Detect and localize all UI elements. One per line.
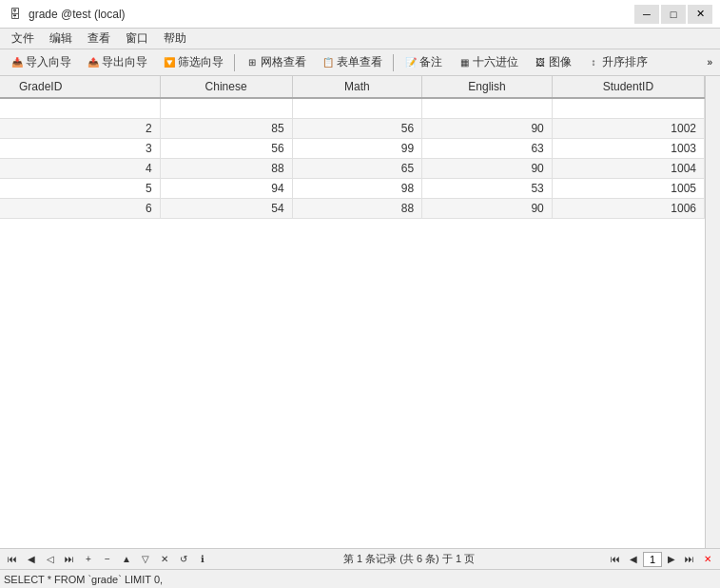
filter-button[interactable]: 🔽 筛选向导 (156, 52, 230, 73)
menu-view[interactable]: 查看 (80, 29, 118, 49)
cell-studentid: 1003 (552, 139, 704, 159)
cell-chinese: 85 (160, 119, 292, 139)
cell-english: 90 (422, 119, 553, 139)
cell-math: 65 (292, 159, 422, 179)
toolbar-separator-1 (234, 54, 235, 71)
right-scrollbar[interactable] (705, 76, 720, 548)
nav-next-end[interactable]: ⏭ (61, 552, 78, 567)
maximize-button[interactable]: □ (661, 5, 686, 24)
nav-delete[interactable]: ✕ (156, 552, 173, 567)
cell-chinese: 94 (160, 179, 292, 199)
page-last[interactable]: ⏭ (681, 552, 698, 567)
cell-english: 90 (422, 199, 553, 219)
cell-math: 88 (292, 199, 422, 219)
hex-button[interactable]: ▦ 十六进位 (451, 52, 525, 73)
toolbar-separator-2 (393, 54, 394, 71)
col-header-english[interactable]: English (422, 76, 553, 98)
nav-controls: ⏮ ◀ ◁ ⏭ + − ▲ ▽ ✕ ↺ ℹ (4, 552, 211, 567)
cell-chinese: 90 (160, 98, 292, 119)
table-row[interactable]: 59498531005 (0, 179, 705, 199)
nav-prev-small[interactable]: ◁ (42, 552, 59, 567)
table-row[interactable]: ▶19091801001 (0, 98, 705, 119)
page-input[interactable] (643, 552, 662, 567)
cell-chinese: 56 (160, 139, 292, 159)
toolbar: 📥 导入向导 📤 导出向导 🔽 筛选向导 ⊞ 网格查看 📋 表单查看 📝 备注 … (0, 49, 720, 76)
close-button[interactable]: ✕ (688, 5, 712, 24)
cell-math: 99 (292, 139, 422, 159)
image-label: 图像 (549, 54, 572, 70)
cell-gradeid: 6 (0, 199, 160, 219)
cell-english: 63 (422, 139, 553, 159)
note-label: 备注 (419, 54, 442, 70)
filter-icon: 🔽 (163, 56, 176, 69)
cell-studentid: 1004 (552, 159, 704, 179)
menu-file[interactable]: 文件 (4, 29, 42, 49)
menu-edit[interactable]: 编辑 (42, 29, 80, 49)
table-row[interactable]: 65488901006 (0, 199, 705, 219)
cell-studentid: 1006 (552, 199, 704, 219)
sort-button[interactable]: ↕ 升序排序 (580, 52, 654, 73)
note-icon: 📝 (404, 56, 418, 69)
cell-studentid: 1002 (552, 119, 704, 139)
hex-icon: ▦ (457, 56, 471, 69)
status-bar: ⏮ ◀ ◁ ⏭ + − ▲ ▽ ✕ ↺ ℹ 第 1 条记录 (共 6 条) 于 … (0, 548, 720, 569)
window-title: grade @test (local) (29, 8, 126, 21)
sql-bar: SELECT * FROM `grade` LIMIT 0, (0, 569, 720, 588)
col-header-studentid[interactable]: StudentID (552, 76, 704, 98)
export-button[interactable]: 📤 导出向导 (80, 52, 154, 73)
cell-gradeid: 2 (0, 119, 160, 139)
hex-label: 十六进位 (473, 54, 518, 70)
nav-info[interactable]: ℹ (194, 552, 211, 567)
filter-label: 筛选向导 (178, 54, 224, 70)
table-row[interactable]: 28556901002 (0, 119, 705, 139)
nav-first[interactable]: ⏮ (4, 552, 21, 567)
form-view-button[interactable]: 📋 表单查看 (315, 52, 389, 73)
menu-window[interactable]: 窗口 (118, 29, 156, 49)
nav-remove[interactable]: − (99, 552, 116, 567)
col-header-chinese[interactable]: Chinese (160, 76, 292, 98)
cell-math: 91 (292, 98, 422, 119)
close-nav[interactable]: ✕ (699, 552, 716, 567)
col-header-gradeid[interactable]: GradeID (0, 76, 160, 98)
menu-help[interactable]: 帮助 (156, 29, 194, 49)
data-grid[interactable]: GradeID Chinese Math English StudentID ▶… (0, 76, 705, 548)
cell-gradeid: 4 (0, 159, 160, 179)
data-table: GradeID Chinese Math English StudentID ▶… (0, 76, 705, 219)
cell-gradeid: 3 (0, 139, 160, 159)
right-nav: ⏮ ◀ ▶ ⏭ ✕ (607, 552, 716, 567)
sql-text: SELECT * FROM `grade` LIMIT 0, (4, 574, 163, 585)
table-row[interactable]: 35699631003 (0, 139, 705, 159)
cell-english: 90 (422, 159, 553, 179)
minimize-button[interactable]: ─ (634, 5, 659, 24)
grid-icon: ⊞ (245, 56, 259, 69)
title-bar: 🗄 grade @test (local) ─ □ ✕ (0, 0, 720, 29)
page-next[interactable]: ▶ (663, 552, 680, 567)
app-icon: 🗄 (8, 7, 23, 22)
toolbar-expand[interactable]: » (703, 55, 716, 69)
nav-prev[interactable]: ◀ (23, 552, 40, 567)
cell-studentid: 1005 (552, 179, 704, 199)
grid-view-button[interactable]: ⊞ 网格查看 (239, 52, 313, 73)
export-label: 导出向导 (102, 54, 147, 70)
sort-icon: ↕ (587, 56, 600, 69)
table-row[interactable]: 48865901004 (0, 159, 705, 179)
col-header-math[interactable]: Math (292, 76, 422, 98)
nav-refresh[interactable]: ↺ (175, 552, 192, 567)
note-button[interactable]: 📝 备注 (398, 52, 449, 73)
page-first[interactable]: ⏮ (607, 552, 624, 567)
table-header-row: GradeID Chinese Math English StudentID (0, 76, 705, 98)
form-label: 表单查看 (337, 54, 382, 70)
nav-add[interactable]: + (80, 552, 97, 567)
export-icon: 📤 (87, 56, 100, 69)
menu-bar: 文件 编辑 查看 窗口 帮助 (0, 29, 720, 49)
import-button[interactable]: 📥 导入向导 (4, 52, 78, 73)
cell-english: 80 (422, 98, 553, 119)
title-bar-left: 🗄 grade @test (local) (8, 7, 126, 22)
page-prev[interactable]: ◀ (625, 552, 642, 567)
nav-down[interactable]: ▽ (137, 552, 154, 567)
nav-up[interactable]: ▲ (118, 552, 135, 567)
import-icon: 📥 (10, 56, 24, 69)
title-bar-controls: ─ □ ✕ (634, 5, 712, 24)
image-button[interactable]: 🖼 图像 (527, 52, 578, 73)
sort-label: 升序排序 (602, 54, 648, 70)
